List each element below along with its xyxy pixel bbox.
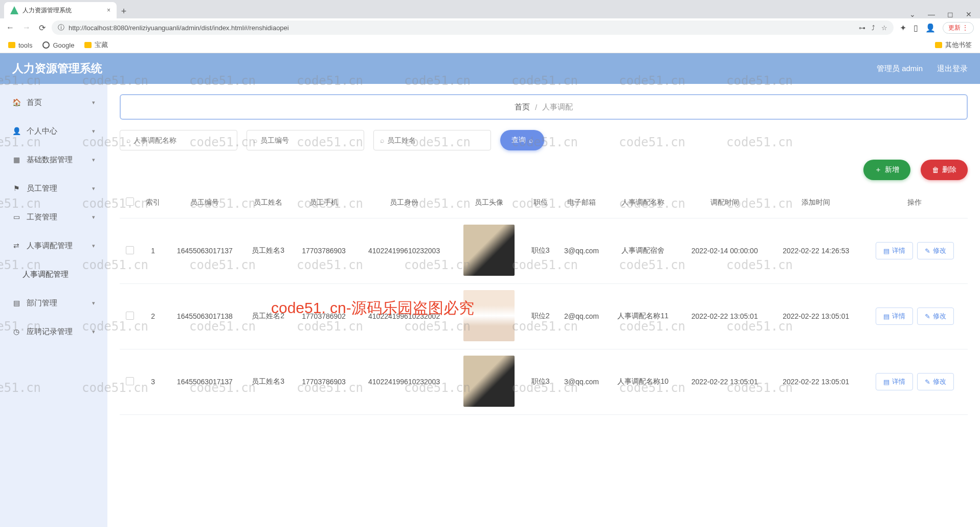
menu-label: 应聘记录管理: [27, 327, 73, 337]
logout-link[interactable]: 退出登录: [937, 64, 968, 74]
panel-icon[interactable]: ▯: [914, 23, 918, 33]
cell-tname: 人事调配宿舍: [607, 218, 679, 283]
chevron-icon: ▾: [92, 185, 95, 192]
chevron-icon: ▾: [92, 214, 95, 221]
search-icon: ⌕: [380, 136, 384, 144]
search-empno-field[interactable]: ⌕: [247, 130, 364, 150]
breadcrumb: 首页 / 人事调配: [120, 94, 968, 120]
minimize-icon[interactable]: —: [928, 10, 935, 18]
sidebar-item-7[interactable]: ▤部门管理▾: [0, 289, 107, 317]
search-icon: ⌕: [126, 136, 130, 144]
cell-idx: 3: [140, 349, 166, 414]
sidebar-item-3[interactable]: ⚑员工管理▾: [0, 174, 107, 203]
main-content: 首页 / 人事调配 ⌕ ⌕ ⌕ 查询⌕ ＋新增: [107, 84, 980, 527]
info-icon[interactable]: ⓘ: [58, 23, 64, 32]
edit-button[interactable]: ✎修改: [917, 242, 954, 259]
sidebar-item-2[interactable]: ▦基础数据管理▾: [0, 145, 107, 174]
reload-icon[interactable]: ⟳: [39, 23, 46, 33]
table-header: 员工编号: [166, 187, 243, 218]
cell-empno: 16455063017138: [166, 283, 243, 349]
sidebar-item-1[interactable]: 👤个人中心▾: [0, 117, 107, 145]
menu-icon: ⇄: [12, 241, 20, 250]
cell-pos: 职位3: [525, 349, 556, 414]
browser-chrome: 人力资源管理系统 × + ⌄ — ◻ ✕ ← → ⟳ ⓘ http://loca…: [0, 0, 980, 53]
cell-empno: 16455063017137: [166, 349, 243, 414]
add-button[interactable]: ＋新增: [863, 160, 910, 180]
new-tab-button[interactable]: +: [117, 4, 131, 18]
edit-button[interactable]: ✎修改: [917, 308, 954, 325]
url-bar[interactable]: ⓘ http://localhost:8080/renliziyuanguanl…: [52, 20, 894, 35]
close-tab-icon[interactable]: ×: [107, 7, 110, 14]
key-icon[interactable]: ⊶: [859, 24, 865, 32]
cell-idcard: 410224199610232003: [355, 218, 453, 283]
share-icon[interactable]: ⤴: [872, 24, 875, 32]
row-checkbox[interactable]: [126, 246, 134, 254]
checkbox-all[interactable]: [126, 197, 134, 206]
bookmark-treasure[interactable]: 宝藏: [84, 40, 108, 50]
table-header: 索引: [140, 187, 166, 218]
search-bar: ⌕ ⌕ ⌕ 查询⌕: [120, 130, 968, 150]
edit-button[interactable]: ✎修改: [917, 373, 954, 390]
browser-tab[interactable]: 人力资源管理系统 ×: [4, 2, 117, 18]
cell-idx: 1: [140, 218, 166, 283]
chevron-icon: ▾: [92, 328, 95, 335]
close-window-icon[interactable]: ✕: [966, 10, 972, 18]
cell-atime: 2022-02-22 14:26:53: [770, 218, 862, 283]
menu-label: 首页: [27, 98, 42, 107]
maximize-icon[interactable]: ◻: [947, 10, 953, 18]
bookmark-google[interactable]: Google: [42, 41, 74, 49]
breadcrumb-home[interactable]: 首页: [515, 102, 530, 112]
query-button[interactable]: 查询⌕: [500, 130, 544, 150]
menu-icon: ◷: [12, 327, 20, 336]
cell-empno: 16455063017137: [166, 218, 243, 283]
sidebar-item-8[interactable]: ◷应聘记录管理▾: [0, 317, 107, 346]
menu-icon: ⚑: [12, 184, 20, 192]
bookmarks-bar: tools Google 宝藏 其他书签: [0, 37, 980, 53]
cell-tname: 人事调配名称10: [607, 349, 679, 414]
url-text: http://localhost:8080/renliziyuanguanli/…: [69, 24, 289, 32]
sidebar-item-6[interactable]: 人事调配管理: [0, 260, 107, 289]
cell-pos: 职位2: [525, 283, 556, 349]
sidebar-item-5[interactable]: ⇄人事调配管理▾: [0, 231, 107, 260]
table-row: 316455063017137员工姓名317703786903410224199…: [120, 349, 968, 414]
pencil-icon: ✎: [925, 313, 930, 320]
row-checkbox[interactable]: [126, 377, 134, 385]
pencil-icon: ✎: [925, 247, 930, 255]
user-label[interactable]: 管理员 admin: [877, 64, 923, 74]
avatar: [463, 290, 515, 341]
search-empname-input[interactable]: [387, 136, 484, 144]
sidebar-item-0[interactable]: 🏠首页▾: [0, 88, 107, 117]
tab-title: 人力资源管理系统: [23, 6, 72, 15]
tab-bar: 人力资源管理系统 × + ⌄ — ◻ ✕: [0, 0, 980, 18]
search-empname-field[interactable]: ⌕: [373, 130, 491, 150]
search-empno-input[interactable]: [260, 136, 358, 144]
sidebar-item-4[interactable]: ▭工资管理▾: [0, 203, 107, 231]
breadcrumb-sep: /: [535, 103, 537, 112]
update-button[interactable]: 更新 ⋮: [943, 22, 974, 34]
pencil-icon: ✎: [925, 378, 930, 386]
bookmark-other[interactable]: 其他书签: [935, 40, 972, 50]
forward-icon[interactable]: →: [23, 23, 31, 33]
cell-name: 员工姓名3: [243, 349, 292, 414]
cell-phone: 17703786903: [293, 218, 355, 283]
chevron-down-icon[interactable]: ⌄: [909, 10, 916, 18]
search-name-field[interactable]: ⌕: [120, 130, 237, 150]
detail-button[interactable]: ▤详情: [876, 373, 913, 390]
doc-icon: ▤: [883, 378, 889, 386]
chevron-icon: ▾: [92, 243, 95, 249]
breadcrumb-current: 人事调配: [542, 102, 573, 112]
chevron-icon: ▾: [92, 300, 95, 306]
star-icon[interactable]: ☆: [881, 24, 887, 32]
menu-label: 人事调配管理: [27, 241, 73, 251]
profile-icon[interactable]: 👤: [925, 23, 936, 33]
cell-email: 3@qq.com: [556, 218, 607, 283]
detail-button[interactable]: ▤详情: [876, 308, 913, 325]
back-icon[interactable]: ←: [6, 23, 14, 33]
cell-idcard: 410224199610232003: [355, 349, 453, 414]
delete-button[interactable]: 🗑删除: [921, 160, 968, 180]
search-name-input[interactable]: [133, 136, 231, 144]
bookmark-tools[interactable]: tools: [8, 41, 32, 49]
row-checkbox[interactable]: [126, 312, 134, 320]
detail-button[interactable]: ▤详情: [876, 242, 913, 259]
extension-icon[interactable]: ✦: [900, 23, 906, 33]
